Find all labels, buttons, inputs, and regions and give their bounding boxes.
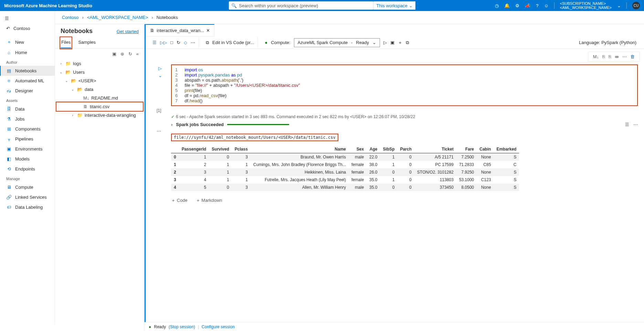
code-cell[interactable]: 1import os 2import pyspark.pandas as pd …	[171, 64, 638, 106]
table-header: Cabin	[477, 145, 494, 153]
tree-folder-wrangling[interactable]: ›📁interactive-data-wrangling	[56, 111, 143, 120]
chevron-right-icon: ›	[171, 122, 172, 127]
pipelines-icon: ᚁ	[6, 136, 12, 142]
refresh-icon[interactable]: ↻	[128, 51, 132, 56]
run-cell-icon[interactable]: ▷	[158, 66, 162, 71]
add-code-button[interactable]: ＋ Code	[171, 197, 188, 204]
clock-icon[interactable]: ◷	[495, 3, 499, 8]
chevron-down-icon: ⌄	[372, 40, 376, 45]
breadcrumb: Contoso › <AML_WORKSPACE_NAME> › Noteboo…	[55, 11, 644, 24]
nav-automl[interactable]: ⚛Automated ML	[0, 76, 55, 86]
tab-files[interactable]: Files	[61, 38, 71, 48]
nav-environments[interactable]: ▣Environments	[0, 144, 55, 154]
megaphone-icon[interactable]: 📣	[525, 3, 530, 8]
nav-models[interactable]: ◧Models	[0, 154, 55, 164]
nav-pipelines[interactable]: ᚁPipelines	[0, 134, 55, 144]
smiley-icon[interactable]: ☺	[544, 3, 549, 8]
file-tab[interactable]: 🗎 interactive_data_wran... ✕	[146, 24, 214, 37]
chevron-right-icon: ›	[70, 113, 75, 117]
list-icon[interactable]: ☰	[625, 122, 629, 127]
configure-session-link[interactable]: Configure session	[202, 324, 235, 329]
close-icon[interactable]: ✕	[206, 28, 210, 33]
nav-designer[interactable]: ᔔDesigner	[0, 86, 55, 96]
markdown-toggle-icon[interactable]: M↓	[593, 54, 599, 59]
nav-notebooks[interactable]: ▤Notebooks	[0, 66, 55, 76]
nav-data[interactable]: 🗄Data	[0, 104, 55, 114]
cell-toolbar: M↓ ⎘ ⎘ ᚒ ⋯ 🗑	[588, 52, 640, 62]
left-nav: ☰ ↶ Contoso ＋New ⌂Home Author ▤Notebooks…	[0, 11, 55, 325]
stop-icon[interactable]: □	[170, 40, 173, 45]
add-compute-icon[interactable]: ＋	[398, 40, 402, 46]
variables-icon[interactable]: ᚒ	[615, 54, 619, 59]
markdown-icon: M↓	[83, 95, 89, 101]
play-icon[interactable]: ▷	[383, 40, 387, 45]
run-all-icon[interactable]: ▷▷	[160, 40, 167, 45]
table-row: 4503Allen, Mr. William Henrymale35.00037…	[171, 184, 519, 191]
bell-icon[interactable]: 🔔	[504, 3, 510, 8]
delete-icon[interactable]: 🗑	[630, 54, 635, 59]
folder-icon: 📂	[71, 78, 76, 83]
hamburger-icon[interactable]: ☰	[0, 14, 55, 23]
table-row: 0103Braund, Mr. Owen Harrismale22.010A/5…	[171, 153, 519, 161]
tree-folder-user[interactable]: ⌄📂<USER>	[56, 76, 143, 85]
nav-labeling[interactable]: 🏷Data Labeling	[0, 202, 55, 212]
breadcrumb-contoso[interactable]: Contoso	[62, 15, 78, 20]
back-link[interactable]: ↶ Contoso	[0, 23, 55, 34]
language-picker[interactable]: Language: PySpark (Python)	[575, 40, 641, 45]
output-below-icon[interactable]: ⎘	[602, 54, 605, 59]
chevron-down-icon: ⌄	[59, 70, 63, 74]
folder-icon: 📂	[65, 70, 71, 75]
tree-file-titanic[interactable]: 🗎titanic.csv	[56, 102, 143, 111]
compute-dropdown[interactable]: AzureML Spark Compute - Ready ⌄	[294, 38, 380, 47]
vscode-button[interactable]: ⧉ Edit in VS Code (pr...	[202, 37, 258, 49]
table-header: Ticket	[414, 145, 456, 153]
nav-endpoints[interactable]: ⟲Endpoints	[0, 164, 55, 174]
endpoints-icon: ⟲	[6, 166, 12, 172]
user-avatar[interactable]: CU	[632, 2, 640, 9]
nav-new[interactable]: ＋New	[0, 37, 55, 48]
tab-samples[interactable]: Samples	[77, 38, 96, 48]
more-icon[interactable]: ⋯	[622, 54, 627, 59]
chevron-down-icon[interactable]: ⌄	[617, 3, 621, 8]
spark-job-row[interactable]: › Spark jobs Succeeded ☰⋯	[171, 121, 638, 128]
terminal-icon[interactable]: ▣	[112, 51, 116, 56]
nav-compute[interactable]: 🖥Compute	[0, 182, 55, 192]
search-icon: 🔍	[231, 3, 237, 8]
add-file-icon[interactable]: ⊕	[120, 51, 124, 56]
table-row: 1211Cumings, Mrs. John Bradley (Florence…	[171, 161, 519, 168]
tree-folder-data[interactable]: ⌄📂data	[56, 85, 143, 94]
breadcrumb-workspace[interactable]: <AML_WORKSPACE_NAME>	[87, 15, 148, 20]
help-icon[interactable]: ?	[536, 3, 538, 8]
terminal-icon[interactable]: ▣	[390, 40, 394, 45]
add-markdown-button[interactable]: ＋ Markdown	[196, 197, 222, 204]
collapse-icon[interactable]: «	[136, 51, 139, 56]
search-scope-dropdown[interactable]: This workspace ⌄	[373, 1, 415, 10]
more-icon[interactable]: ⋯	[191, 40, 195, 45]
restart-icon[interactable]: ↻	[177, 40, 180, 45]
section-manage: Manage	[0, 174, 55, 182]
chevron-down-icon[interactable]: ⌄	[158, 73, 162, 78]
vscode-icon: ⧉	[206, 40, 209, 45]
search-input[interactable]: 🔍 Search within your workspace (preview)	[229, 1, 373, 10]
tree-folder-logs[interactable]: ›📁logs	[56, 59, 143, 68]
menu-icon[interactable]: ☰	[152, 40, 157, 45]
nav-jobs[interactable]: ⚗Jobs	[0, 114, 55, 124]
subscription-picker[interactable]: <SUBSCRIPTION_NAME> <AML_WORKSPACE_NAME>	[560, 1, 612, 10]
section-author: Author	[0, 58, 55, 66]
more-icon[interactable]: ⋯	[633, 122, 638, 127]
get-started-link[interactable]: Get started	[117, 29, 139, 34]
compute-icon: 🖥	[6, 185, 12, 190]
clear-icon[interactable]: ◇	[184, 40, 187, 45]
gear-icon[interactable]: ⚙	[515, 3, 519, 8]
chevron-down-icon: ⌄	[70, 87, 75, 91]
tree-file-readme[interactable]: M↓README.md	[56, 94, 143, 102]
nav-linked[interactable]: 🔗Linked Services	[0, 192, 55, 202]
nav-home[interactable]: ⌂Home	[0, 48, 55, 58]
nav-components[interactable]: ⊞Components	[0, 124, 55, 134]
compute-list-icon[interactable]: ⧉	[406, 40, 409, 45]
cell-menu-icon[interactable]: ⋯	[157, 128, 638, 134]
output-side-icon[interactable]: ⎘	[609, 54, 611, 59]
tree-folder-users[interactable]: ⌄📂Users	[56, 68, 143, 76]
stop-session-link[interactable]: (Stop session)	[169, 324, 195, 329]
panel-title: Notebooks	[61, 28, 93, 35]
